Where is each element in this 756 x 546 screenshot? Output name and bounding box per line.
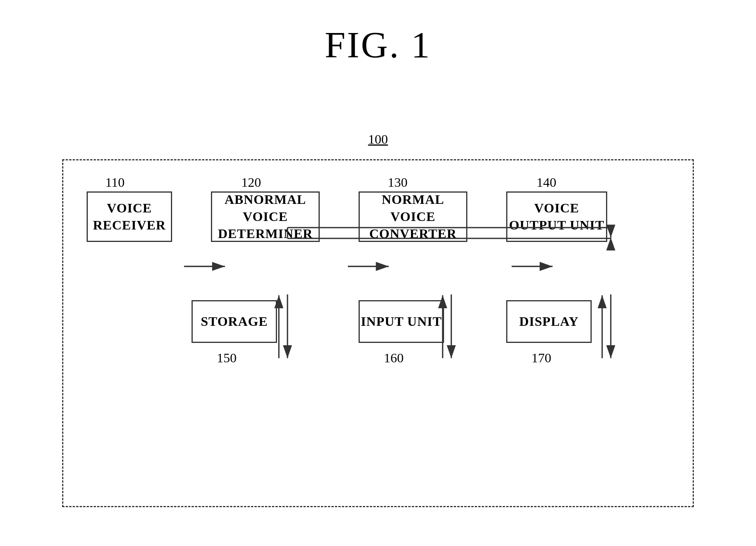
box-storage: STORAGE — [192, 300, 277, 343]
box-voice-receiver: VOICE RECEIVER — [87, 191, 172, 242]
box-150-label: STORAGE — [201, 313, 268, 330]
diagram-container: 100 VOICE RECEIVER 110 ABNORMAL VOICE DE… — [62, 109, 694, 507]
page-title: FIG. 1 — [0, 0, 756, 66]
ref-140: 140 — [537, 175, 556, 190]
ref-120: 120 — [241, 175, 261, 190]
box-input-unit: INPUT UNIT — [359, 300, 444, 343]
outer-dashed-box: VOICE RECEIVER 110 ABNORMAL VOICE DETERM… — [62, 159, 694, 507]
box-130-label: NORMAL VOICE CONVERTER — [360, 191, 466, 243]
box-120-label: ABNORMAL VOICE DETERMINER — [212, 191, 319, 243]
ref-130: 130 — [388, 175, 408, 190]
ref-110: 110 — [105, 175, 125, 190]
box-voice-output-unit: VOICE OUTPUT UNIT — [506, 191, 607, 242]
box-display: DISPLAY — [506, 300, 592, 343]
box-140-label: VOICE OUTPUT UNIT — [509, 200, 604, 234]
box-abnormal-voice-determiner: ABNORMAL VOICE DETERMINER — [211, 191, 320, 242]
ref-150: 150 — [217, 351, 237, 365]
box-normal-voice-converter: NORMAL VOICE CONVERTER — [359, 191, 467, 242]
ref-170: 170 — [531, 351, 551, 365]
box-160-label: INPUT UNIT — [361, 313, 442, 330]
ref-label-100: 100 — [368, 132, 388, 147]
box-170-label: DISPLAY — [519, 313, 578, 330]
ref-160: 160 — [384, 351, 404, 365]
box-110-label: VOICE RECEIVER — [93, 200, 165, 234]
